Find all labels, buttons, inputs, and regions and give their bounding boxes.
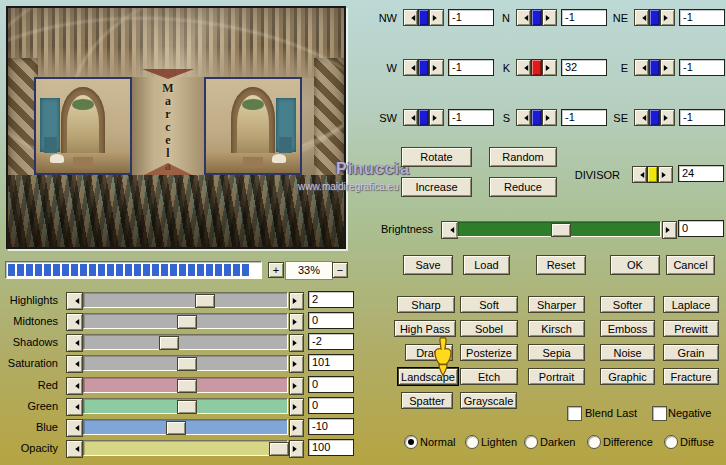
- blend-mode-radio-darken[interactable]: [524, 435, 538, 449]
- preview-image[interactable]: Marcela: [6, 6, 346, 249]
- blend-mode-radio-normal[interactable]: [404, 435, 418, 449]
- random-button[interactable]: Random: [489, 147, 557, 167]
- matrix-cell-spinner[interactable]: [634, 109, 675, 126]
- blend-mode-radio-difference[interactable]: [587, 435, 601, 449]
- spinner-left-arrow-icon[interactable]: [634, 109, 649, 126]
- matrix-cell-spinner[interactable]: [403, 59, 444, 76]
- preset-button-emboss[interactable]: Emboss: [600, 320, 655, 337]
- spinner-right-arrow-icon[interactable]: [429, 109, 444, 126]
- slider-track[interactable]: [83, 419, 288, 435]
- spinner-thumb[interactable]: [649, 59, 660, 76]
- slider-track[interactable]: [83, 440, 288, 456]
- increase-button[interactable]: Increase: [401, 177, 472, 197]
- slider-left-arrow-icon[interactable]: [66, 398, 83, 416]
- slider-value[interactable]: -2: [308, 333, 354, 350]
- blend-mode-radio-diffuse[interactable]: [664, 435, 678, 449]
- spinner-left-arrow-icon[interactable]: [632, 166, 647, 183]
- reduce-button[interactable]: Reduce: [489, 177, 557, 197]
- spinner-left-arrow-icon[interactable]: [403, 109, 418, 126]
- slider-thumb[interactable]: [166, 421, 186, 435]
- slider-value[interactable]: 0: [308, 376, 354, 393]
- spinner-thumb[interactable]: [647, 166, 658, 183]
- preset-button-high-pass[interactable]: High Pass: [394, 320, 456, 337]
- spinner-right-arrow-icon[interactable]: [542, 9, 557, 26]
- spinner-right-arrow-icon[interactable]: [660, 9, 675, 26]
- spinner-right-arrow-icon[interactable]: [658, 166, 673, 183]
- slider-track[interactable]: [83, 292, 288, 308]
- spinner-thumb[interactable]: [531, 109, 542, 126]
- preset-button-sharper[interactable]: Sharper: [528, 296, 585, 313]
- matrix-cell-spinner[interactable]: [516, 59, 557, 76]
- zoom-out-button[interactable]: −: [332, 262, 348, 278]
- slider-right-arrow-icon[interactable]: [289, 440, 304, 458]
- slider-track[interactable]: [83, 398, 288, 414]
- blend-mode-radio-lighten[interactable]: [465, 435, 479, 449]
- slider-right-arrow-icon[interactable]: [289, 377, 304, 395]
- matrix-cell-value[interactable]: -1: [679, 9, 725, 26]
- preset-button-posterize[interactable]: Posterize: [460, 344, 518, 361]
- slider-left-arrow-icon[interactable]: [66, 355, 83, 373]
- brightness-value[interactable]: 0: [678, 220, 724, 237]
- spinner-thumb[interactable]: [649, 109, 660, 126]
- slider-left-arrow-icon[interactable]: [66, 419, 83, 437]
- slider-thumb[interactable]: [159, 336, 179, 350]
- preset-button-graphic[interactable]: Graphic: [600, 368, 655, 385]
- matrix-cell-spinner[interactable]: [403, 109, 444, 126]
- negative-checkbox[interactable]: [652, 406, 667, 421]
- matrix-cell-spinner[interactable]: [634, 59, 675, 76]
- spinner-left-arrow-icon[interactable]: [516, 9, 531, 26]
- preset-button-grayscale[interactable]: Grayscale: [460, 392, 517, 409]
- slider-thumb[interactable]: [177, 357, 197, 371]
- brightness-right-arrow-icon[interactable]: [662, 221, 677, 239]
- cancel-button[interactable]: Cancel: [666, 255, 715, 275]
- brightness-thumb[interactable]: [551, 223, 571, 237]
- spinner-thumb[interactable]: [531, 9, 542, 26]
- preset-button-portrait[interactable]: Portrait: [528, 368, 585, 385]
- spinner-right-arrow-icon[interactable]: [542, 109, 557, 126]
- preset-button-soft[interactable]: Soft: [460, 296, 518, 313]
- brightness-slider[interactable]: [457, 221, 661, 237]
- save-button[interactable]: Save: [403, 255, 453, 275]
- spinner-left-arrow-icon[interactable]: [634, 9, 649, 26]
- preset-button-prewitt[interactable]: Prewitt: [663, 320, 719, 337]
- slider-thumb[interactable]: [177, 400, 197, 414]
- spinner-right-arrow-icon[interactable]: [660, 109, 675, 126]
- slider-thumb[interactable]: [195, 294, 215, 308]
- brightness-left-arrow-icon[interactable]: [441, 221, 458, 239]
- slider-thumb[interactable]: [269, 442, 289, 456]
- slider-value[interactable]: 101: [308, 354, 354, 371]
- preset-button-sharp[interactable]: Sharp: [397, 296, 455, 313]
- slider-left-arrow-icon[interactable]: [66, 292, 83, 310]
- matrix-cell-spinner[interactable]: [516, 9, 557, 26]
- preset-button-fracture[interactable]: Fracture: [663, 368, 719, 385]
- slider-left-arrow-icon[interactable]: [66, 440, 83, 458]
- slider-track[interactable]: [83, 334, 288, 350]
- preset-button-kirsch[interactable]: Kirsch: [528, 320, 585, 337]
- matrix-cell-value[interactable]: -1: [679, 109, 725, 126]
- slider-value[interactable]: 0: [308, 397, 354, 414]
- reset-button[interactable]: Reset: [536, 255, 586, 275]
- slider-right-arrow-icon[interactable]: [289, 398, 304, 416]
- ok-button[interactable]: OK: [610, 255, 660, 275]
- slider-value[interactable]: -10: [308, 418, 354, 435]
- slider-right-arrow-icon[interactable]: [289, 292, 304, 310]
- preset-button-grain[interactable]: Grain: [663, 344, 719, 361]
- spinner-thumb[interactable]: [418, 59, 429, 76]
- blend-last-checkbox[interactable]: [567, 406, 582, 421]
- preset-button-sepia[interactable]: Sepia: [528, 344, 585, 361]
- matrix-cell-spinner[interactable]: [516, 109, 557, 126]
- matrix-cell-value[interactable]: -1: [679, 59, 725, 76]
- preset-button-spatter[interactable]: Spatter: [401, 392, 453, 409]
- spinner-thumb[interactable]: [418, 109, 429, 126]
- zoom-in-button[interactable]: +: [268, 262, 284, 278]
- spinner-right-arrow-icon[interactable]: [429, 59, 444, 76]
- matrix-cell-spinner[interactable]: [634, 9, 675, 26]
- slider-right-arrow-icon[interactable]: [289, 313, 304, 331]
- preset-button-softer[interactable]: Softer: [600, 296, 655, 313]
- divisor-value[interactable]: 24: [678, 165, 724, 182]
- load-button[interactable]: Load: [463, 255, 510, 275]
- spinner-left-arrow-icon[interactable]: [516, 59, 531, 76]
- slider-thumb[interactable]: [177, 379, 197, 393]
- slider-left-arrow-icon[interactable]: [66, 377, 83, 395]
- spinner-right-arrow-icon[interactable]: [429, 9, 444, 26]
